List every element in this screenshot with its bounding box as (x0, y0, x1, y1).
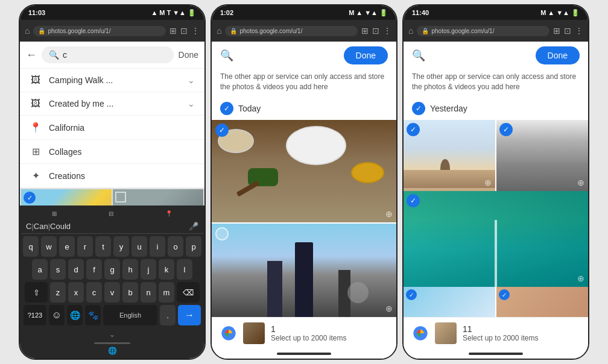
photo-partial-left[interactable]: ✓ (404, 287, 495, 317)
key-d[interactable]: d (68, 259, 84, 280)
status-bar-1: 11:03 ▲ M T ▼▲ 🔋 (20, 5, 204, 20)
suggestion-text-4: Creations (49, 171, 195, 181)
key-globe[interactable]: 🌐 (67, 305, 83, 325)
key-return[interactable]: → (178, 305, 201, 325)
key-period[interactable]: . (160, 305, 176, 325)
mic-icon[interactable]: 🎤 (189, 222, 198, 231)
url-bar-1[interactable]: 🔒 photos.google.com/u/1/ (33, 26, 166, 36)
home-icon-2[interactable]: ⌂ (217, 26, 221, 36)
home-icon-3[interactable]: ⌂ (408, 26, 413, 36)
suggestion-icon-3: ⊞ (30, 146, 42, 157)
key-w[interactable]: w (41, 236, 57, 257)
album-thumbnail-2[interactable] (243, 322, 265, 344)
key-shift[interactable]: ⇧ (25, 282, 48, 303)
search-icon-2[interactable]: 🔍 (220, 49, 233, 62)
check-partial-left[interactable]: ✓ (406, 289, 417, 300)
tab-icon-3[interactable]: ⊡ (564, 26, 571, 36)
key-p[interactable]: p (186, 236, 201, 257)
translate-icon-3[interactable]: ⊞ (553, 26, 560, 36)
translate-icon-2[interactable]: ⊞ (361, 26, 369, 36)
kbd-suggestion-can[interactable]: Can (34, 222, 48, 231)
tab-icon[interactable]: ⊡ (180, 26, 188, 36)
beach-sitting-photo[interactable]: ✓ ⊕ (404, 120, 495, 192)
key-space[interactable]: English (103, 305, 157, 325)
key-emoji[interactable]: ☺ (49, 305, 65, 325)
key-f[interactable]: f (86, 259, 102, 280)
key-b[interactable]: b (122, 282, 138, 303)
browser-bar-2: ⌂ 🔒 photos.google.com/u/1/ ⊞ ⊡ ⋮ (212, 20, 396, 42)
key-c[interactable]: c (86, 282, 102, 303)
key-e[interactable]: e (59, 236, 75, 257)
key-paw[interactable]: 🐾 (85, 305, 101, 325)
key-o[interactable]: o (168, 236, 183, 257)
check-rocks-ocean[interactable]: ✓ (499, 123, 513, 136)
key-u[interactable]: u (131, 236, 147, 257)
back-arrow-icon[interactable]: ← (26, 49, 37, 61)
suggestion-creations[interactable]: ✦ Creations (20, 164, 204, 188)
city-photo[interactable]: ⊕ (212, 224, 396, 317)
suggestion-created[interactable]: 🖼 Created by me ... ⌄ (20, 92, 204, 116)
kbd-row-1: q w e r t y u i o p (21, 236, 203, 257)
selected-indicator: ✓ (24, 192, 36, 204)
circle-city[interactable] (215, 227, 229, 240)
key-r[interactable]: r (77, 236, 93, 257)
check-food-photo[interactable]: ✓ (215, 124, 229, 137)
url-text-3: photos.google.com/u/1/ (431, 28, 494, 34)
key-k[interactable]: k (159, 259, 174, 280)
kbd-suggestion-could[interactable]: Could (50, 222, 71, 231)
menu-icon-3[interactable]: ⋮ (575, 26, 583, 36)
search-icon-3[interactable]: 🔍 (412, 49, 425, 62)
suggestion-camping[interactable]: 🖼 Camping Walk ... ⌄ (20, 69, 204, 92)
check-beach-sitting[interactable]: ✓ (407, 123, 420, 136)
url-bar-3[interactable]: 🔒 photos.google.com/u/1/ (417, 26, 549, 36)
home-icon-1[interactable]: ⌂ (25, 26, 30, 36)
album-thumbnail-3[interactable] (435, 322, 457, 344)
suggestion-collages[interactable]: ⊞ Collages (20, 140, 204, 164)
key-a[interactable]: a (32, 259, 48, 280)
search-input-box[interactable]: 🔍 c (42, 46, 174, 63)
sand (404, 170, 495, 188)
kbd-suggestion-c[interactable]: C (26, 222, 31, 231)
key-l[interactable]: l (177, 259, 192, 280)
key-m[interactable]: m (159, 282, 174, 303)
menu-icon-2[interactable]: ⋮ (383, 26, 391, 36)
suggestion-california[interactable]: 📍 California (20, 116, 204, 140)
translate-icon[interactable]: ⊞ (169, 26, 177, 36)
check-partial-right[interactable]: ✓ (499, 289, 510, 300)
photo-thumb-mountain[interactable] (113, 189, 203, 206)
key-i[interactable]: i (150, 236, 165, 257)
key-t[interactable]: t (95, 236, 111, 257)
expand-icon-0[interactable]: ⌄ (188, 75, 195, 85)
url-text-1: photos.google.com/u/1/ (48, 28, 110, 34)
bottom-bar-2: 1 Select up to 2000 items (212, 317, 396, 349)
key-n[interactable]: n (141, 282, 156, 303)
photo-thumb-beach[interactable]: ✓ Yeste (21, 189, 112, 206)
done-button-3[interactable]: Done (536, 46, 580, 64)
tab-icon-2[interactable]: ⊡ (372, 26, 379, 36)
url-bar-2[interactable]: 🔒 photos.google.com/u/1/ (225, 26, 358, 36)
phone-3: 11:40 M ▲ ▼▲ 🔋 ⌂ 🔒 photos.google.com/u/1… (402, 4, 589, 360)
done-button-1[interactable]: Done (179, 50, 198, 60)
key-z[interactable]: z (50, 282, 66, 303)
food-photo[interactable]: ⊕ ✓ (212, 120, 396, 222)
aerial-dock-photo[interactable]: ✓ ⊕ (404, 191, 588, 287)
done-button-2[interactable]: Done (344, 46, 388, 64)
menu-icon[interactable]: ⋮ (191, 26, 200, 36)
key-y[interactable]: y (113, 236, 129, 257)
key-q[interactable]: q (23, 236, 39, 257)
rocks-ocean-photo[interactable]: ✓ ⊕ (496, 120, 588, 192)
key-backspace[interactable]: ⌫ (177, 282, 200, 303)
search-query[interactable]: c (63, 50, 166, 60)
info-text-3: The other app or service can only access… (404, 69, 588, 97)
key-h[interactable]: h (122, 259, 138, 280)
home-bar-2 (277, 353, 331, 355)
key-j[interactable]: j (141, 259, 156, 280)
select-text-2: Select up to 2000 items (271, 334, 388, 342)
key-nums[interactable]: ?123 (24, 305, 46, 325)
photo-partial-right[interactable]: ✓ (496, 287, 588, 317)
key-x[interactable]: x (68, 282, 84, 303)
key-v[interactable]: v (104, 282, 120, 303)
key-s[interactable]: s (50, 259, 66, 280)
expand-icon-1[interactable]: ⌄ (188, 99, 195, 108)
key-g[interactable]: g (104, 259, 120, 280)
